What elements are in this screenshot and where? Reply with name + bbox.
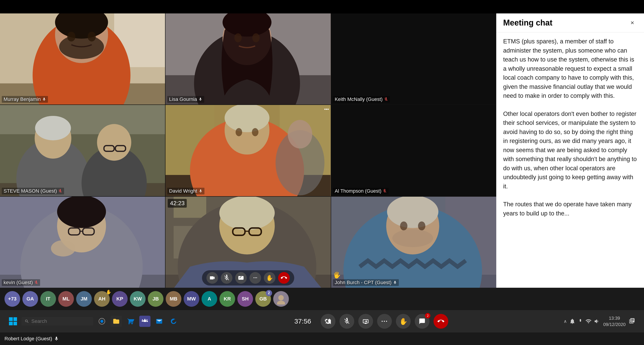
share-screen-btn[interactable] — [358, 314, 373, 329]
close-chat-button[interactable]: × — [628, 18, 637, 28]
svg-point-8 — [67, 32, 75, 42]
participant-ml[interactable]: ML — [58, 291, 74, 307]
meeting-controls: 37:56 ··· ✋ 2 — [179, 314, 564, 329]
volume-icon — [594, 318, 600, 325]
video-cell-keith[interactable]: Keith McNally (Guest) — [331, 13, 496, 104]
participant-mb[interactable]: MB — [166, 291, 182, 307]
chat-badge: 2 — [425, 313, 430, 318]
svg-point-71 — [392, 229, 433, 247]
local-user-mic-icon — [54, 336, 59, 341]
video-cell-kevin[interactable]: kevin (Guest) — [0, 197, 165, 288]
name-david: David Wright — [167, 188, 204, 194]
video-cell-david[interactable]: ••• David Wright — [166, 105, 330, 196]
local-user-bar: Robert Lodge (Guest) — [0, 333, 644, 345]
in-cell-end-btn[interactable] — [278, 272, 290, 284]
svg-point-17 — [252, 33, 260, 42]
file-explorer-button[interactable] — [110, 316, 122, 327]
mic-btn[interactable] — [340, 314, 354, 329]
camera-btn[interactable] — [321, 314, 336, 329]
video-grid: Murray Benjamin Li — [0, 13, 496, 288]
bottom-section: +73 GA IT ML JM AH ✋ KP KW — [0, 288, 644, 345]
video-cell-center[interactable]: 42:23 ··· — [166, 197, 330, 288]
participant-kp[interactable]: KP — [112, 291, 128, 307]
overflow-avatar[interactable]: +73 — [4, 291, 20, 307]
options-dots-david[interactable]: ••• — [324, 107, 329, 112]
windows-start-button[interactable] — [9, 317, 17, 325]
meeting-timer: 37:56 — [294, 318, 317, 325]
participant-jm[interactable]: JM — [76, 291, 92, 307]
system-tray: ∧ — [564, 318, 600, 325]
svg-point-38 — [288, 120, 312, 148]
svg-point-58 — [220, 197, 275, 230]
participant-it[interactable]: IT — [40, 291, 56, 307]
svg-point-72 — [278, 295, 284, 301]
local-user-name: Robert Lodge (Guest) — [4, 336, 52, 342]
gb-badge: 2 — [266, 290, 272, 296]
raise-hand-btn[interactable]: ✋ — [396, 314, 411, 329]
participant-jb[interactable]: JB — [148, 291, 164, 307]
svg-point-36 — [224, 105, 270, 132]
cell-timer: 42:23 — [168, 199, 187, 208]
participant-a[interactable]: A — [202, 291, 217, 307]
participant-gb[interactable]: GB 2 — [255, 291, 271, 307]
chat-btn[interactable]: 2 — [415, 314, 430, 329]
name-lisa: Lisa Gournia — [167, 96, 204, 103]
chat-messages: ETMS (plus spares), a member of staff to… — [496, 32, 644, 288]
participant-ga[interactable]: GA — [22, 291, 38, 307]
svg-point-16 — [234, 33, 242, 42]
taskbar-left — [9, 316, 179, 327]
search-icon — [25, 319, 29, 324]
chat-header: Meeting chat × — [496, 13, 644, 32]
name-steve: STEVE MASON (Guest) — [2, 188, 64, 194]
teams-taskbar-button[interactable] — [139, 316, 150, 327]
in-cell-more-btn[interactable]: ··· — [250, 272, 261, 284]
in-cell-hand-btn[interactable]: ✋ — [264, 272, 276, 284]
svg-point-70 — [418, 221, 425, 230]
taskbar-search-bar[interactable] — [22, 317, 93, 326]
svg-point-9 — [88, 32, 96, 42]
participant-ah[interactable]: AH ✋ — [94, 291, 110, 307]
clock-display: 13:39 09/12/2020 — [603, 315, 626, 328]
video-cell-john[interactable]: 🖐️ John Burch - CPT (Guest) — [331, 197, 496, 288]
chat-message-2: Other local operators don't even bother … — [503, 109, 637, 191]
name-john: John Burch - CPT (Guest) — [333, 279, 399, 286]
video-cell-murray[interactable]: Murray Benjamin — [0, 13, 165, 104]
network-icon — [585, 318, 592, 325]
participant-mw[interactable]: MW — [184, 291, 199, 307]
notification-icon — [569, 318, 576, 325]
svg-point-24 — [35, 116, 71, 140]
in-cell-share-btn[interactable] — [235, 272, 247, 284]
cortana-button[interactable] — [96, 316, 108, 327]
control-taskbar-bar: 37:56 ··· ✋ 2 — [0, 310, 644, 333]
in-cell-mic-btn[interactable] — [221, 272, 232, 284]
tray-up-arrow[interactable]: ∧ — [564, 319, 567, 324]
participant-kw[interactable]: KW — [130, 291, 146, 307]
video-cell-lisa[interactable]: Lisa Gournia — [166, 13, 330, 104]
participant-photo-last[interactable] — [273, 291, 289, 307]
svg-point-69 — [400, 221, 407, 230]
end-call-btn[interactable] — [434, 314, 448, 329]
svg-point-68 — [387, 197, 438, 228]
svg-point-73 — [277, 301, 285, 305]
in-cell-camera-btn[interactable] — [206, 272, 218, 284]
main-area: Murray Benjamin Li — [0, 13, 644, 288]
name-keith: Keith McNally (Guest) — [333, 96, 390, 103]
chat-panel: Meeting chat × ETMS (plus spares), a mem… — [496, 13, 644, 288]
video-cell-al[interactable]: Al Thompson (Guest) — [331, 105, 496, 196]
search-input[interactable] — [31, 318, 80, 324]
notification-center-btn[interactable] — [629, 318, 635, 325]
mic-status-icon — [578, 319, 583, 324]
participant-kr[interactable]: KR — [220, 291, 235, 307]
participant-sh[interactable]: SH — [237, 291, 253, 307]
name-al: Al Thompson (Guest) — [333, 188, 389, 194]
svg-point-46 — [57, 197, 106, 228]
more-options-btn[interactable]: ··· — [377, 314, 392, 329]
taskbar-right: ∧ 13:39 09/12/2020 — [564, 315, 635, 328]
video-cell-steve[interactable]: STEVE MASON (Guest) — [0, 105, 165, 196]
outlook-taskbar-button[interactable] — [154, 316, 165, 327]
store-button[interactable] — [125, 316, 136, 327]
svg-point-75 — [100, 320, 103, 323]
participant-bar: +73 GA IT ML JM AH ✋ KP KW — [0, 288, 644, 310]
svg-point-50 — [51, 240, 76, 256]
edge-taskbar-button[interactable] — [168, 316, 179, 327]
